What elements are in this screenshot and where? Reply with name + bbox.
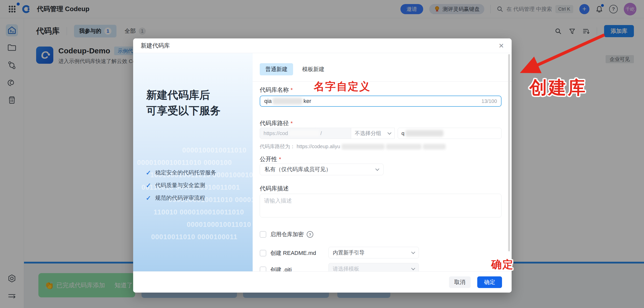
service-item: ✓ 稳定安全的代码托管服务 xyxy=(146,166,216,179)
censored-text xyxy=(386,144,421,149)
description-textarea[interactable] xyxy=(260,194,502,217)
modal-scrollbar[interactable] xyxy=(508,54,510,251)
modal-promo-panel: 新建代码库后 可享受以下服务 0000100010011010 00001000… xyxy=(133,53,253,271)
repo-name-label: 代码库名称* xyxy=(260,86,293,94)
gitignore-template-select[interactable]: 请选择模板 xyxy=(328,263,419,271)
confirm-button[interactable]: 确定 xyxy=(477,276,502,288)
censored-text xyxy=(273,98,302,104)
service-item: ✓ 规范的代码评审流程 xyxy=(146,192,216,204)
censored-text xyxy=(289,130,319,137)
chevron-down-icon xyxy=(411,250,415,254)
repo-path-label: 代码库路径* xyxy=(260,119,293,127)
group-select[interactable]: 不选择分组 xyxy=(351,128,395,139)
gitignore-checkbox[interactable] xyxy=(260,267,266,271)
service-item: ✓ 代码质量与安全监测 xyxy=(146,179,216,192)
char-counter: 13/100 xyxy=(482,98,497,104)
readme-row: 创建 README.md xyxy=(260,249,316,257)
repo-path-name-input[interactable]: q xyxy=(398,128,502,139)
repo-path-helper: 代码库路径为： https://codeup.aliyu xyxy=(260,143,446,150)
binary-watermark: 0000100010011010 0000100010011010 000010… xyxy=(133,144,253,271)
censored-text xyxy=(406,130,443,137)
gitignore-row: 创建 .giti xyxy=(260,266,292,271)
encrypt-checkbox[interactable] xyxy=(260,231,266,238)
censored-text xyxy=(423,144,446,149)
close-icon[interactable]: ✕ xyxy=(498,42,504,49)
help-icon[interactable]: ? xyxy=(307,231,313,238)
encrypt-label: 启用仓库加密 xyxy=(270,231,304,238)
promo-heading: 新建代码库后 可享受以下服务 xyxy=(146,87,221,119)
gitignore-label: 创建 .giti xyxy=(270,266,292,271)
description-label: 代码库描述 xyxy=(260,185,289,192)
check-icon: ✓ xyxy=(146,169,151,177)
check-icon: ✓ xyxy=(146,182,151,189)
encrypt-row: 启用仓库加密 ? xyxy=(260,231,313,238)
new-repo-modal: 新建代码库 ✕ 新建代码库后 可享受以下服务 0000100010011010 … xyxy=(133,38,512,293)
readme-checkbox[interactable] xyxy=(260,250,266,256)
tab-normal-create[interactable]: 普通新建 xyxy=(260,63,293,75)
modal-title: 新建代码库 xyxy=(141,42,170,50)
censored-text xyxy=(342,144,385,149)
cancel-button[interactable]: 取消 xyxy=(449,276,471,288)
readme-template-select[interactable]: 内置新手引导 xyxy=(328,247,419,258)
visibility-select[interactable]: 私有（仅代码库成员可见） xyxy=(260,164,384,175)
visibility-label: 公开性* xyxy=(260,155,281,163)
tab-template-create[interactable]: 模板新建 xyxy=(297,63,330,75)
chevron-down-icon xyxy=(411,266,415,270)
screen: 代码管理 Codeup 邀请 测评灵码赢键盘 在 代码管理 中搜索 Ctrl K xyxy=(0,0,644,308)
repo-name-input[interactable]: qia ker 13/100 xyxy=(260,96,502,107)
repo-path-prefix: https://cod / xyxy=(260,128,351,139)
check-icon: ✓ xyxy=(146,194,151,202)
chevron-down-icon xyxy=(388,130,392,135)
readme-label: 创建 README.md xyxy=(270,249,316,257)
service-list: ✓ 稳定安全的代码托管服务 ✓ 代码质量与安全监测 ✓ 规范的代码评审流程 xyxy=(146,166,216,204)
modal-form-panel: 普通新建 模板新建 代码库名称* qia ker 13/100 代码库路径* xyxy=(253,53,512,271)
chevron-down-icon xyxy=(375,167,379,171)
